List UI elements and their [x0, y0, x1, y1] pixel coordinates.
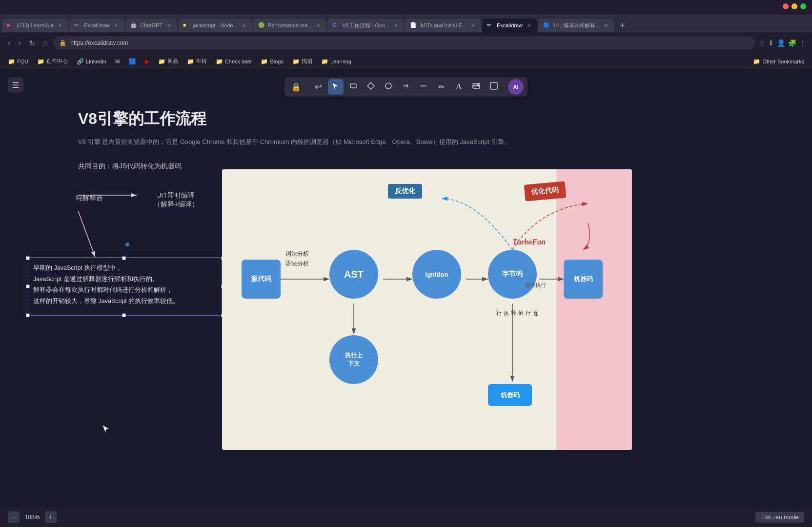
toolbar-text-button[interactable]: A [451, 79, 467, 95]
tab-label-learnnvue: (233) LearnVue [17, 22, 54, 28]
bytecode-label: 字节码 [502, 270, 523, 279]
bookmark-niuzhuan-icon: 📁 [187, 58, 194, 65]
tab-asts[interactable]: 📄 ASTs and Initial E... ✕ [405, 19, 481, 32]
tab-close-perf[interactable]: ✕ [315, 22, 322, 29]
tab-favicon-chatgpt: 🤖 [130, 22, 137, 29]
tab-close-excalidraw1[interactable]: ✕ [113, 22, 120, 29]
tab-bar: ▶ (233) LearnVue ✕ ✏ Excalidraw ✕ 🤖 Chat… [0, 15, 812, 32]
deopt-label: 反优化 [395, 187, 415, 195]
toolbar-pencil-button[interactable]: ✏ [433, 79, 449, 95]
extensions-icon[interactable]: 🧩 [788, 39, 796, 47]
bookmark-chuangzuo[interactable]: 📁 创作中心 [33, 57, 72, 66]
toolbar-circle-button[interactable] [381, 79, 396, 95]
text-icon: A [456, 82, 462, 91]
bookmark-learning[interactable]: 📁 Learning [317, 57, 355, 66]
bookmark-fqu-icon: 📁 [8, 58, 15, 65]
selection-handle-bc[interactable] [122, 313, 126, 317]
tab-favicon-learnnvue: ▶ [7, 22, 14, 29]
tab-excalidraw1[interactable]: ✏ Excalidraw ✕ [69, 19, 124, 32]
tab-excalidraw2[interactable]: ✏ Excalidraw ✕ [482, 19, 537, 32]
text-box[interactable]: 早期的 JavaScript 执行模型中， JavaScript 是通过解释器逐… [27, 257, 222, 316]
tab-v8[interactable]: G V8工作流程 - Goo... ✕ [327, 19, 404, 32]
tl-red[interactable] [783, 3, 789, 9]
tab-chatgpt[interactable]: 🤖 ChatGPT ✕ [125, 19, 177, 32]
address-input[interactable]: 🔒 https://excalidraw.com [53, 36, 755, 50]
bookmark-linkedin[interactable]: 🔗 LinkedIn [73, 57, 110, 66]
bookmark-checklater-icon: 📁 [216, 58, 223, 65]
tab-favicon-v8: G [332, 22, 339, 29]
tl-green[interactable] [800, 3, 806, 9]
diamond-icon [367, 82, 375, 92]
deopt-box: 反优化 [388, 184, 422, 199]
bookmark-checklater[interactable]: 📁 Check later [212, 57, 256, 66]
bookmark-gmail[interactable]: ✉ [111, 57, 124, 66]
toolbar-arrow-button[interactable] [398, 79, 414, 95]
bookmark-blogs[interactable]: 📁 Blogs [257, 57, 287, 66]
ai-button[interactable]: AI [508, 79, 524, 95]
ast-label: AST [344, 269, 364, 280]
tab-close-learnnvue[interactable]: ✕ [57, 22, 63, 29]
toolbar-undo-button[interactable]: ↩ [310, 79, 326, 95]
tab-label-chatgpt: ChatGPT [140, 22, 162, 28]
profile-icon[interactable]: 👤 [777, 39, 785, 47]
zoom-in-button[interactable]: + [45, 511, 57, 523]
tab-close-nodejs[interactable]: ✕ [241, 22, 247, 29]
back-button[interactable]: ‹ [6, 37, 12, 49]
bookmark-niuzhuan-label: 牛转 [196, 58, 207, 65]
home-button[interactable]: ⌂ [41, 37, 50, 49]
exit-zen-button[interactable]: Exit zen mode [755, 512, 804, 523]
tab-close-v8[interactable]: ✕ [392, 22, 399, 29]
tab-learnnvue[interactable]: ▶ (233) LearnVue ✕ [2, 19, 68, 32]
reload-button[interactable]: ↻ [27, 37, 37, 50]
bookmark-star-icon[interactable]: ☆ [759, 39, 765, 47]
zoom-out-button[interactable]: − [8, 511, 20, 523]
bookmark-learning-icon: 📁 [321, 58, 328, 65]
toolbar-lock-button[interactable]: 🔒 [288, 79, 304, 95]
toolbar-line-button[interactable] [416, 79, 431, 95]
selection-handle-ml[interactable] [26, 284, 30, 288]
tab-favicon-nodejs: ■ [183, 22, 190, 29]
tab-close-excalidraw2[interactable]: ✕ [526, 22, 532, 29]
goal-text: 共同目的：将JS代码转化为机器码 [78, 162, 182, 171]
tab-label-asts: ASTs and Initial E... [420, 22, 466, 28]
canvas-area[interactable]: ☰ 🔒 ↩ [0, 69, 812, 507]
selection-handle-tl[interactable] [26, 256, 30, 260]
tab-close-chatgpt[interactable]: ✕ [165, 22, 172, 29]
tab-perf[interactable]: 🟢 Performance me... ✕ [253, 19, 326, 32]
toolbar-rect-button[interactable] [345, 79, 361, 95]
compile-label: 编译执行 [525, 282, 546, 289]
toolbar-eraser-button[interactable] [486, 79, 502, 95]
bookmark-teams[interactable]: 🟦 [125, 57, 140, 66]
download-icon[interactable]: ⬇ [768, 39, 774, 47]
selection-handle-tc[interactable] [122, 256, 126, 260]
toolbar-select-button[interactable] [328, 79, 344, 95]
bookmarks-bar: 📁 FQU 📁 创作中心 🔗 LinkedIn ✉ 🟦 ▶ 📁 网易 📁 牛转 … [0, 54, 812, 69]
selection-handle-bl[interactable] [26, 313, 30, 317]
svg-point-2 [386, 83, 391, 89]
bookmark-youtube[interactable]: ▶ [141, 57, 153, 66]
forward-button[interactable]: › [16, 37, 22, 49]
bytecode-circle: 字节码 [488, 250, 537, 299]
bookmark-other[interactable]: 📁 Other Bookmarks [749, 57, 808, 66]
tab-bianjiqi[interactable]: 🔵 14 | 编译器和解释... ✕ [538, 19, 614, 32]
bookmark-zhanzhao-icon: 📁 [292, 58, 300, 65]
tab-close-bianjiqi[interactable]: ✕ [603, 22, 609, 29]
bookmark-checklater-label: Check later [225, 59, 252, 64]
toolbar-diamond-button[interactable] [363, 79, 379, 95]
bookmark-wangyi[interactable]: 📁 网易 [154, 57, 182, 66]
settings-icon[interactable]: ⋮ [799, 39, 806, 47]
sidebar-toggle-button[interactable]: ☰ [8, 77, 23, 93]
tab-nodejs[interactable]: ■ javascript - Node... ✕ [178, 19, 252, 32]
new-tab-button[interactable]: + [615, 19, 629, 32]
bookmark-other-icon: 📁 [753, 58, 760, 65]
tab-favicon-excalidraw2: ✏ [487, 22, 494, 29]
bookmark-blogs-icon: 📁 [261, 58, 268, 65]
tab-close-asts[interactable]: ✕ [469, 22, 476, 29]
bookmark-fqu[interactable]: 📁 FQU [4, 57, 32, 66]
bookmark-zhanzhao[interactable]: 📁 找招 [288, 57, 316, 66]
bookmark-niuzhuan[interactable]: 📁 牛转 [183, 57, 211, 66]
tl-yellow[interactable] [792, 3, 797, 9]
bookmark-chuangzuo-label: 创作中心 [46, 58, 68, 65]
toolbar-image-button[interactable] [468, 79, 484, 95]
pencil-icon: ✏ [438, 82, 445, 92]
